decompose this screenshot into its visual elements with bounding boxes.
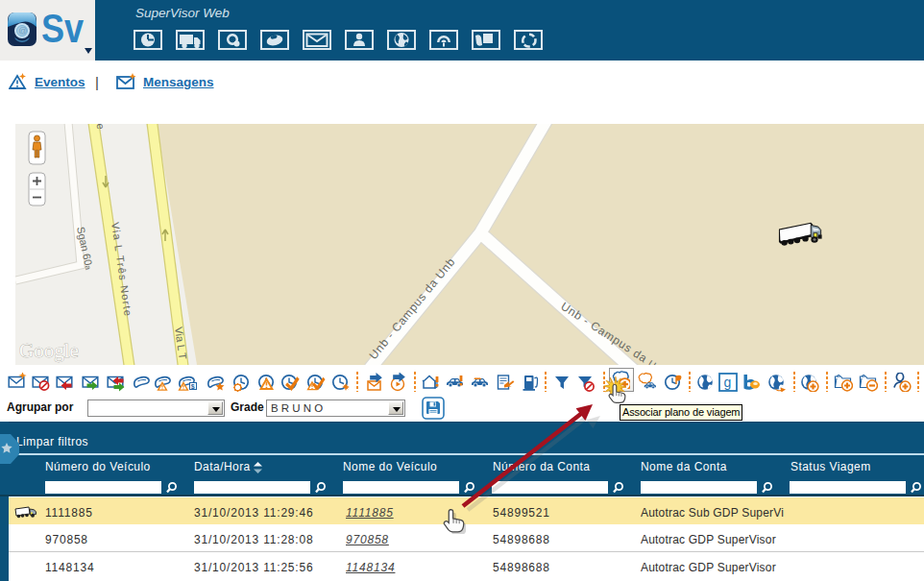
svg-text:$: $ [191,383,195,391]
svg-text:g: g [724,375,732,390]
svg-text:@: @ [18,26,27,36]
svg-text:Google: Google [19,339,79,362]
